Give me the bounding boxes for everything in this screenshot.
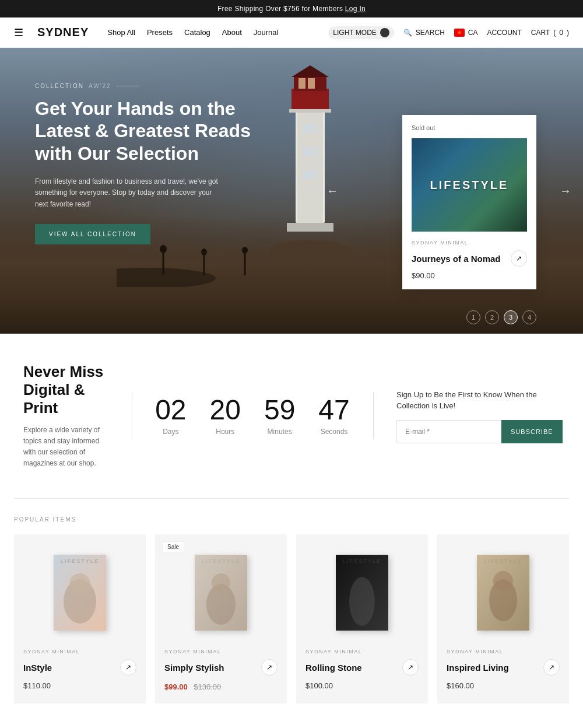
product-arrow-1[interactable]: ↗ bbox=[120, 659, 136, 676]
hero-next-arrow[interactable]: → bbox=[560, 184, 571, 198]
product-brand-1: SYDNAY MINIMAL bbox=[23, 649, 136, 654]
svg-point-30 bbox=[493, 571, 513, 591]
account-button[interactable]: ACCOUNT bbox=[487, 29, 522, 37]
svg-rect-5 bbox=[308, 78, 315, 89]
light-mode-toggle[interactable]: LIGHT MODE bbox=[328, 26, 394, 39]
hero-product-card: Sold out LIFESTYLE SYDNAY MINIMAL Journe… bbox=[402, 115, 536, 289]
hero-title: Get Your Hands on the Latest & Greatest … bbox=[35, 97, 257, 164]
hamburger-icon[interactable]: ☰ bbox=[14, 26, 23, 39]
seconds-value: 47 bbox=[318, 396, 349, 424]
hero-section: COLLECTION AW'22 Get Your Hands on the L… bbox=[0, 48, 583, 334]
product-name-row-4: Inspired Living ↗ bbox=[447, 659, 560, 676]
product-arrow-2[interactable]: ↗ bbox=[261, 659, 278, 676]
dot-3[interactable]: 3 bbox=[504, 310, 518, 324]
announcement-link[interactable]: Log In bbox=[345, 5, 366, 13]
product-price-3: $100.00 bbox=[305, 681, 419, 690]
svg-point-19 bbox=[242, 247, 248, 254]
product-price-sale-row-2: $99.00 $130.00 bbox=[164, 681, 278, 692]
announcement-bar: Free Shipping Over $756 for Members Log … bbox=[0, 0, 583, 18]
card-arrow-button[interactable]: ↗ bbox=[511, 250, 527, 267]
seconds-label: Seconds bbox=[318, 428, 349, 436]
nav-presets[interactable]: Presets bbox=[147, 28, 173, 37]
svg-marker-6 bbox=[292, 65, 329, 77]
email-input[interactable] bbox=[396, 420, 501, 443]
product-name-row-2: Simply Stylish ↗ bbox=[164, 659, 278, 676]
nav-left: ☰ SYDNEY Shop All Presets Catalog About … bbox=[14, 26, 278, 39]
popular-section-label: POPULAR ITEMS bbox=[14, 516, 569, 523]
navigation: ☰ SYDNEY Shop All Presets Catalog About … bbox=[0, 18, 583, 48]
product-price-4: $160.00 bbox=[447, 681, 560, 690]
minutes-value: 59 bbox=[264, 396, 295, 424]
product-image-1: LIFESTYLE bbox=[23, 546, 136, 639]
product-image-4: LIFESTYLE bbox=[447, 546, 560, 639]
minutes-label: Minutes bbox=[264, 428, 295, 436]
svg-rect-7 bbox=[289, 109, 331, 113]
dot-1[interactable]: 1 bbox=[466, 310, 480, 324]
product-price-1: $110.00 bbox=[23, 681, 136, 690]
signup-text: Sign Up to Be the First to Know When the… bbox=[396, 389, 560, 412]
product-name-4: Inspired Living bbox=[447, 663, 509, 673]
product-card-1: LIFESTYLE SYDNAY MINIMAL InStyle ↗ $110.… bbox=[14, 534, 146, 704]
products-grid: LIFESTYLE SYDNAY MINIMAL InStyle ↗ $110.… bbox=[14, 534, 569, 704]
dot-4[interactable]: 4 bbox=[522, 310, 536, 324]
product-price-sale-2: $99.00 bbox=[164, 682, 188, 691]
product-image-3: LIFESTYLE bbox=[305, 546, 419, 639]
hero-pagination-dots: 1 2 3 4 bbox=[466, 310, 536, 324]
product-brand-3: SYDNAY MINIMAL bbox=[305, 649, 419, 654]
light-mode-label: LIGHT MODE bbox=[333, 29, 376, 37]
announcement-text: Free Shipping Over $756 for Members bbox=[217, 5, 343, 13]
country-label: CA bbox=[468, 29, 478, 37]
card-brand: SYDNAY MINIMAL bbox=[412, 240, 527, 246]
product-card-2: Sale LIFESTYLE SYDNAY MINIMAL Simply Sty… bbox=[155, 534, 287, 704]
sold-out-badge: Sold out bbox=[412, 124, 527, 131]
hero-prev-arrow[interactable]: ← bbox=[326, 184, 338, 198]
card-product-name: Journeys of a Nomad bbox=[412, 254, 501, 264]
hero-content: COLLECTION AW'22 Get Your Hands on the L… bbox=[35, 83, 257, 244]
product-card-3: LIFESTYLE SYDNAY MINIMAL Rolling Stone ↗… bbox=[296, 534, 428, 704]
days-label: Days bbox=[155, 428, 186, 436]
hours-label: Hours bbox=[210, 428, 241, 436]
svg-point-22 bbox=[69, 573, 90, 594]
cart-count: ( bbox=[553, 29, 556, 37]
country-selector[interactable]: 🍁 CA bbox=[454, 29, 478, 37]
product-name-2: Simply Stylish bbox=[164, 663, 224, 673]
subscribe-button[interactable]: SUBSCRIBE bbox=[501, 420, 563, 443]
nav-about[interactable]: About bbox=[222, 28, 242, 37]
dot-2[interactable]: 2 bbox=[485, 310, 499, 324]
magazine-thumb-4: LIFESTYLE bbox=[477, 555, 529, 631]
product-name-row-1: InStyle ↗ bbox=[23, 659, 136, 676]
svg-rect-8 bbox=[303, 124, 317, 133]
countdown-hours: 20 Hours bbox=[210, 396, 241, 436]
product-name-3: Rolling Stone bbox=[305, 663, 362, 673]
toggle-circle bbox=[380, 28, 389, 37]
countdown-timer: 02 Days 20 Hours 59 Minutes 47 Seconds bbox=[155, 396, 350, 436]
view-collection-button[interactable]: VIEW ALL COLLECTION bbox=[35, 224, 150, 244]
cart-label: CART bbox=[531, 29, 550, 37]
product-image-2: LIFESTYLE bbox=[164, 546, 278, 639]
popular-section: POPULAR ITEMS LIFESTYLE SYDNAY MINIMAL I… bbox=[0, 499, 583, 721]
svg-point-27 bbox=[349, 577, 375, 626]
hours-value: 20 bbox=[210, 396, 241, 424]
product-name-1: InStyle bbox=[23, 663, 52, 673]
search-button[interactable]: 🔍 SEARCH bbox=[403, 29, 445, 37]
svg-point-13 bbox=[117, 268, 216, 287]
countdown-minutes: 59 Minutes bbox=[264, 396, 295, 436]
svg-point-25 bbox=[212, 573, 230, 592]
svg-rect-10 bbox=[303, 170, 317, 180]
product-arrow-4[interactable]: ↗ bbox=[543, 659, 560, 676]
account-label: ACCOUNT bbox=[487, 29, 522, 37]
product-price-original-2: $130.00 bbox=[194, 682, 221, 691]
card-magazine-image: LIFESTYLE bbox=[412, 138, 527, 232]
svg-rect-11 bbox=[287, 223, 333, 232]
nav-shop-all[interactable]: Shop All bbox=[107, 28, 135, 37]
signup-form: SUBSCRIBE bbox=[396, 420, 560, 443]
nav-journal[interactable]: Journal bbox=[254, 28, 279, 37]
countdown-section: Never Miss Digital & Print Explore a wid… bbox=[0, 334, 583, 498]
svg-rect-4 bbox=[298, 78, 305, 89]
cart-button[interactable]: CART (0) bbox=[531, 29, 569, 37]
magazine-thumb-3: LIFESTYLE bbox=[336, 555, 388, 631]
nav-catalog[interactable]: Catalog bbox=[184, 28, 210, 37]
countdown-seconds: 47 Seconds bbox=[318, 396, 349, 436]
logo[interactable]: SYDNEY bbox=[37, 26, 89, 39]
product-arrow-3[interactable]: ↗ bbox=[402, 659, 419, 676]
